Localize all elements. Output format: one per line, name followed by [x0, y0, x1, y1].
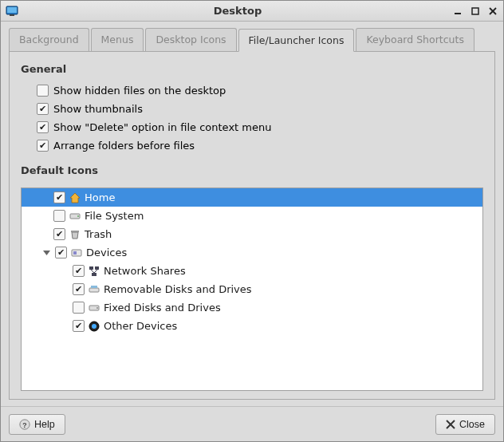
tab-bar: Background Menus Desktop Icons File/Laun… — [9, 28, 495, 52]
svg-rect-19 — [89, 288, 99, 292]
network-icon — [88, 265, 100, 278]
svg-rect-14 — [89, 266, 93, 270]
tab-panel-file-launcher: General Show hidden files on the desktop… — [9, 52, 495, 400]
help-icon: ? — [19, 419, 30, 430]
show-delete-label: Show "Delete" option in file context men… — [53, 121, 271, 133]
tree-item-label: Other Devices — [104, 320, 177, 332]
svg-rect-13 — [73, 251, 77, 255]
main-content: Background Menus Desktop Icons File/Laun… — [1, 22, 503, 406]
titlebar: Desktop — [1, 1, 503, 22]
home-icon — [69, 191, 81, 204]
show-thumbnails-label: Show thumbnails — [53, 103, 143, 115]
show-hidden-label: Show hidden files on the desktop — [53, 85, 226, 97]
help-button-label: Help — [34, 419, 55, 430]
svg-rect-10 — [71, 231, 79, 232]
option-show-thumbnails: Show thumbnails — [37, 103, 483, 115]
minimize-button[interactable] — [452, 6, 463, 17]
option-show-delete: Show "Delete" option in file context men… — [37, 121, 483, 133]
tree-item-filesystem[interactable]: File System — [22, 207, 482, 225]
home-checkbox[interactable] — [53, 191, 65, 203]
svg-rect-16 — [92, 273, 96, 276]
harddisk-icon — [88, 302, 100, 314]
svg-rect-15 — [95, 266, 99, 270]
option-arrange-folders: Arrange folders before files — [37, 140, 483, 152]
help-button[interactable]: ? Help — [9, 414, 65, 435]
drive-icon — [69, 210, 81, 223]
close-button[interactable]: Close — [435, 414, 495, 435]
tree-item-label: Trash — [85, 228, 112, 240]
svg-rect-3 — [455, 13, 461, 14]
tree-item-label: Network Shares — [104, 265, 186, 277]
removable-drive-icon — [88, 283, 100, 296]
close-window-button[interactable] — [487, 6, 498, 17]
trash-checkbox[interactable] — [53, 228, 65, 240]
footer-buttons: ? Help Close — [1, 406, 503, 441]
svg-point-22 — [96, 307, 98, 309]
svg-rect-4 — [472, 8, 478, 14]
removable-checkbox[interactable] — [73, 283, 85, 295]
tree-item-network-shares[interactable]: Network Shares — [22, 262, 482, 280]
window-controls — [452, 6, 498, 17]
tree-item-devices[interactable]: Devices — [22, 243, 482, 262]
tree-item-home[interactable]: Home — [22, 188, 482, 207]
desktop-settings-window: Desktop Background Menus Desktop Icons F… — [0, 0, 504, 442]
svg-marker-11 — [43, 251, 50, 255]
close-icon — [446, 420, 455, 429]
tab-menus[interactable]: Menus — [91, 28, 144, 51]
tree-item-label: Removable Disks and Drives — [104, 283, 252, 295]
close-button-label: Close — [459, 419, 485, 430]
devices-expander[interactable] — [41, 247, 52, 258]
maximize-button[interactable] — [470, 6, 481, 17]
section-general-title: General — [21, 63, 483, 75]
show-thumbnails-checkbox[interactable] — [37, 103, 49, 115]
tree-item-fixed[interactable]: Fixed Disks and Drives — [22, 298, 482, 317]
svg-line-18 — [94, 270, 97, 273]
svg-rect-20 — [91, 286, 97, 288]
svg-line-17 — [91, 270, 94, 273]
show-delete-checkbox[interactable] — [37, 121, 49, 133]
window-title: Desktop — [23, 5, 452, 17]
tree-item-label: Devices — [86, 247, 127, 258]
tab-background[interactable]: Background — [9, 28, 89, 51]
fixed-checkbox[interactable] — [73, 302, 85, 314]
tree-item-trash[interactable]: Trash — [22, 225, 482, 243]
arrange-folders-label: Arrange folders before files — [53, 140, 195, 152]
arrange-folders-checkbox[interactable] — [37, 140, 49, 152]
trash-icon — [69, 228, 81, 241]
other-device-icon — [88, 320, 100, 333]
network-shares-checkbox[interactable] — [73, 265, 85, 277]
option-show-hidden: Show hidden files on the desktop — [37, 85, 483, 97]
tab-keyboard-shortcuts[interactable]: Keyboard Shortcuts — [356, 28, 474, 51]
tree-item-removable[interactable]: Removable Disks and Drives — [22, 280, 482, 298]
filesystem-checkbox[interactable] — [53, 210, 65, 222]
other-devices-checkbox[interactable] — [73, 320, 85, 332]
svg-rect-1 — [7, 7, 17, 13]
tree-item-other-devices[interactable]: Other Devices — [22, 317, 482, 335]
show-hidden-checkbox[interactable] — [37, 85, 49, 97]
devices-checkbox[interactable] — [55, 247, 67, 258]
section-default-icons-title: Default Icons — [21, 164, 483, 176]
window-app-icon — [6, 5, 18, 18]
tab-desktop-icons[interactable]: Desktop Icons — [145, 28, 236, 51]
tab-file-launcher-icons[interactable]: File/Launcher Icons — [238, 29, 355, 52]
svg-point-24 — [92, 324, 96, 329]
tree-item-label: File System — [85, 210, 144, 222]
devices-icon — [70, 247, 83, 259]
default-icons-tree[interactable]: Home File System Trash — [21, 187, 483, 391]
svg-text:?: ? — [22, 420, 26, 428]
svg-marker-7 — [70, 193, 80, 203]
tree-item-label: Fixed Disks and Drives — [104, 302, 221, 314]
tree-item-label: Home — [85, 191, 115, 203]
svg-point-9 — [77, 215, 79, 217]
svg-rect-2 — [10, 14, 14, 16]
